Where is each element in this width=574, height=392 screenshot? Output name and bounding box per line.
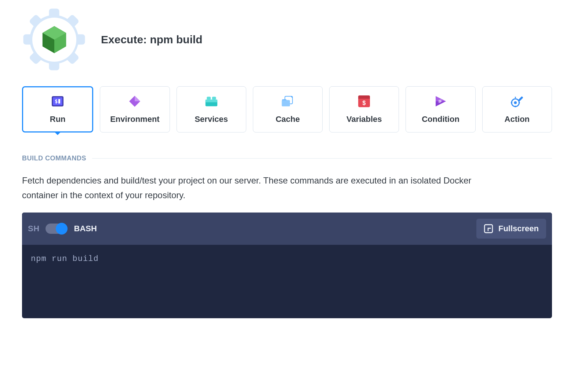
svg-text:$: $ (363, 100, 366, 106)
terminal-icon: $ (51, 95, 64, 108)
page-header: Execute: npm build (22, 7, 552, 72)
svg-rect-22 (212, 97, 216, 99)
tab-bar: $ Run Environment Services (22, 86, 552, 133)
section-description: Fetch dependencies and build/test your p… (22, 173, 473, 202)
section-header: BUILD COMMANDS (22, 155, 552, 162)
tab-condition[interactable]: IF Condition (406, 86, 475, 133)
play-if-icon: IF (434, 95, 447, 108)
editor-body[interactable]: npm run build (22, 245, 552, 318)
section-label: BUILD COMMANDS (22, 155, 86, 162)
svg-rect-16 (58, 99, 60, 104)
folders-icon (281, 95, 294, 108)
dollar-window-icon: $ (357, 95, 371, 108)
tab-label: Action (505, 115, 530, 124)
tab-label: Services (195, 115, 228, 124)
tab-label: Cache (276, 115, 300, 124)
tab-label: Variables (346, 115, 382, 124)
node-hexagon-icon (41, 25, 67, 54)
tab-environment[interactable]: Environment (100, 86, 170, 133)
code-editor: SH BASH Fullscreen npm run build (22, 213, 552, 318)
editor-toolbar: SH BASH Fullscreen (22, 213, 552, 245)
svg-text:$: $ (55, 98, 58, 104)
svg-point-35 (514, 101, 517, 104)
tab-variables[interactable]: $ Variables (329, 86, 399, 133)
shell-toggle[interactable] (46, 224, 67, 234)
fullscreen-button[interactable]: Fullscreen (476, 219, 546, 239)
shell-bash-label: BASH (74, 224, 97, 233)
divider (92, 158, 552, 159)
editor-content: npm run build (31, 254, 99, 264)
tab-services[interactable]: Services (177, 86, 246, 133)
page-title: Execute: npm build (101, 33, 203, 46)
tab-run[interactable]: $ Run (22, 86, 93, 133)
svg-rect-29 (358, 98, 370, 99)
svg-rect-26 (282, 100, 290, 106)
fullscreen-label: Fullscreen (498, 224, 539, 233)
svg-marker-18 (135, 96, 140, 101)
svg-rect-21 (207, 97, 211, 99)
svg-text:IF: IF (439, 99, 442, 104)
cog-wrench-icon (511, 95, 524, 108)
action-badge (22, 7, 86, 72)
tab-label: Environment (110, 115, 159, 124)
diamond-icon (128, 95, 141, 108)
tab-label: Run (50, 115, 66, 124)
fullscreen-icon (484, 224, 493, 233)
tab-cache[interactable]: Cache (253, 86, 323, 133)
toggle-knob (56, 223, 68, 235)
tab-label: Condition (422, 115, 459, 124)
shell-sh-label: SH (28, 224, 40, 233)
tab-action[interactable]: Action (482, 86, 552, 133)
blocks-icon (205, 95, 218, 108)
svg-rect-20 (206, 100, 217, 102)
